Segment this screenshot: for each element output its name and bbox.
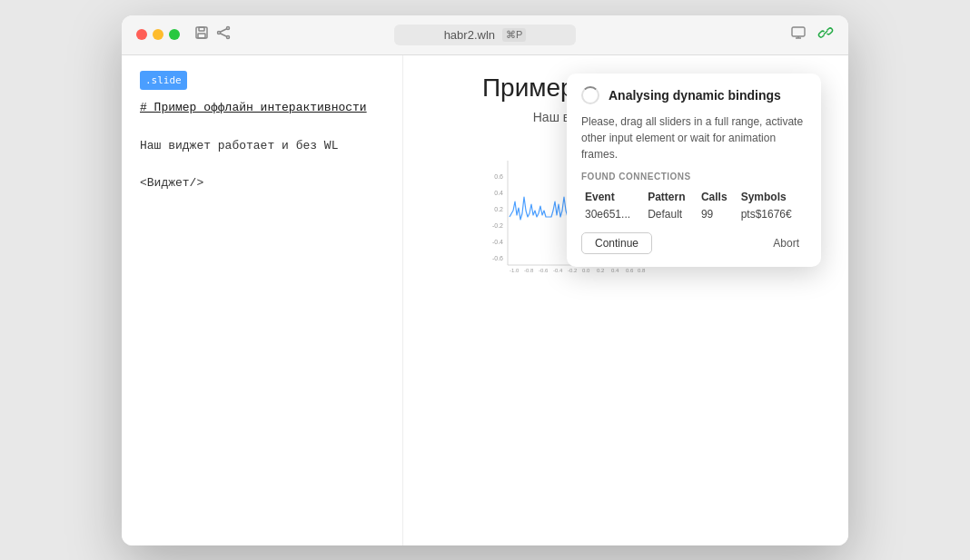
table-row: 30e651... Default 99 pts$1676€ bbox=[581, 205, 807, 223]
analysis-popup: Analysing dynamic bindings Please, drag … bbox=[567, 74, 821, 267]
svg-text:-0.6: -0.6 bbox=[539, 268, 549, 273]
svg-text:0.4: 0.4 bbox=[494, 190, 503, 196]
kbd-hint: ⌘P bbox=[502, 28, 526, 42]
svg-text:0.2: 0.2 bbox=[494, 206, 503, 212]
svg-text:-0.4: -0.4 bbox=[492, 239, 503, 245]
svg-text:-1.0: -1.0 bbox=[510, 268, 520, 273]
titlebar-actions bbox=[194, 25, 231, 44]
analysis-footer: Continue Abort bbox=[581, 232, 807, 254]
analysis-header: Analysing dynamic bindings bbox=[581, 86, 807, 104]
spinner-icon bbox=[581, 86, 599, 104]
svg-text:0.0: 0.0 bbox=[582, 268, 590, 273]
col-event: Event bbox=[581, 189, 644, 205]
cell-event: 30e651... bbox=[581, 205, 644, 223]
svg-point-5 bbox=[218, 32, 221, 34]
connections-table: Event Pattern Calls Symbols 30e651... De… bbox=[581, 189, 807, 223]
continue-button[interactable]: Continue bbox=[581, 232, 652, 254]
svg-text:0.2: 0.2 bbox=[597, 268, 605, 273]
svg-text:-0.2: -0.2 bbox=[568, 268, 578, 273]
svg-rect-2 bbox=[198, 34, 205, 38]
svg-point-3 bbox=[227, 27, 230, 30]
analysis-title: Analysing dynamic bindings bbox=[609, 88, 781, 103]
col-pattern: Pattern bbox=[644, 189, 698, 205]
link-icon[interactable] bbox=[817, 25, 834, 44]
svg-text:-0.2: -0.2 bbox=[492, 222, 503, 229]
save-icon[interactable] bbox=[194, 25, 209, 44]
svg-rect-1 bbox=[199, 27, 204, 31]
maximize-button[interactable] bbox=[169, 29, 180, 40]
col-calls: Calls bbox=[698, 189, 737, 205]
svg-text:0.4: 0.4 bbox=[611, 268, 619, 273]
cell-calls: 99 bbox=[698, 205, 737, 223]
svg-text:0.6: 0.6 bbox=[626, 268, 634, 273]
titlebar: habr2.wln ⌘P bbox=[122, 15, 848, 55]
found-connections-label: FOUND CONNECTIONS bbox=[581, 172, 807, 182]
app-window: habr2.wln ⌘P bbox=[122, 15, 848, 545]
svg-line-7 bbox=[220, 34, 226, 36]
svg-text:-0.8: -0.8 bbox=[524, 268, 534, 273]
slide-tag: .slide bbox=[140, 71, 187, 91]
titlebar-right bbox=[790, 25, 834, 44]
col-symbols: Symbols bbox=[737, 189, 807, 205]
svg-rect-8 bbox=[792, 27, 805, 36]
preview-pane: Пример оффлайн интер Наш виджет работает… bbox=[403, 55, 848, 545]
svg-text:-0.4: -0.4 bbox=[553, 268, 563, 273]
close-button[interactable] bbox=[136, 29, 147, 40]
traffic-lights bbox=[136, 29, 180, 40]
address-bar[interactable]: habr2.wln ⌘P bbox=[394, 25, 576, 45]
svg-text:0.6: 0.6 bbox=[494, 173, 503, 180]
editor-heading: # Пример оффлайн интерактивности bbox=[140, 97, 384, 118]
editor-pane: .slide # Пример оффлайн интерактивности … bbox=[122, 55, 403, 545]
screen-icon[interactable] bbox=[790, 25, 807, 44]
svg-point-4 bbox=[227, 36, 230, 39]
address-text: habr2.wln bbox=[444, 28, 495, 42]
editor-line-1: Наш виджет работает и без WL bbox=[140, 135, 384, 156]
window-content: .slide # Пример оффлайн интерактивности … bbox=[122, 55, 848, 545]
svg-text:0.8: 0.8 bbox=[638, 268, 646, 273]
minimize-button[interactable] bbox=[153, 29, 163, 40]
svg-text:-0.6: -0.6 bbox=[492, 255, 503, 261]
cell-pattern: Default bbox=[644, 205, 698, 223]
share-icon[interactable] bbox=[216, 25, 231, 44]
analysis-description: Please, drag all sliders in a full range… bbox=[581, 113, 807, 162]
svg-line-6 bbox=[220, 29, 226, 32]
abort-button[interactable]: Abort bbox=[766, 233, 807, 253]
cell-symbols: pts$1676€ bbox=[737, 205, 807, 223]
editor-line-2: <Виджет/> bbox=[140, 172, 384, 193]
